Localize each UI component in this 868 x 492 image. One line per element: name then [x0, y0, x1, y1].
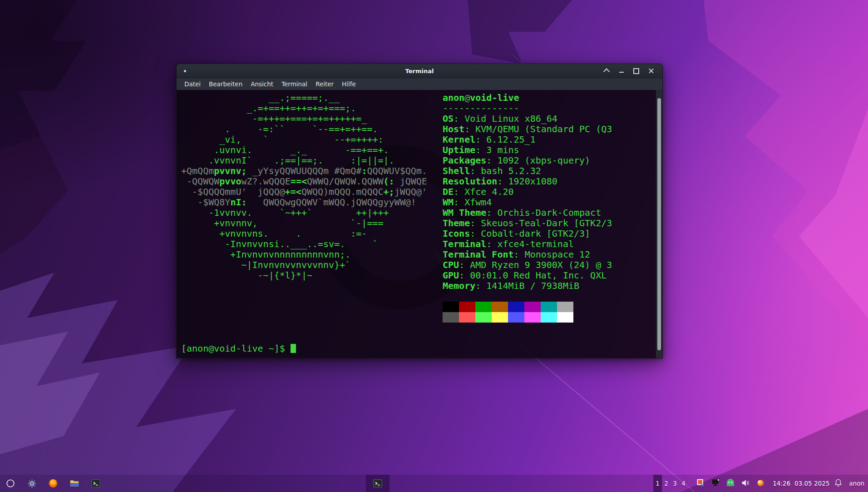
terminal-line: Kernel: 6.12.25_1: [443, 134, 612, 145]
terminal-line: +Invnvnvnnnnnnnnnvnn;.: [181, 249, 427, 260]
maximize-icon: [633, 68, 639, 74]
app-menu-button[interactable]: [3, 476, 18, 491]
firefox-launcher[interactable]: [45, 476, 61, 491]
minimize-button[interactable]: [614, 64, 629, 78]
palette-swatch: [541, 312, 557, 323]
palette-swatch: [557, 312, 573, 323]
terminal-line: --------------: [443, 103, 612, 114]
terminal-line: . -=:`` `--==+=++==.: [181, 124, 427, 134]
chevron-up-icon: [603, 68, 609, 75]
palette-swatch: [541, 302, 557, 312]
terminal-line: anon@void-live: [443, 93, 612, 103]
screenshot-tray-icon: [696, 478, 705, 487]
terminal-line: -Invnvvnsi..___..=sv=. `: [181, 239, 427, 249]
file-manager-launcher[interactable]: [67, 476, 82, 491]
palette-swatch: [492, 312, 508, 323]
terminal-line: +vnvnvns. . :=-: [181, 229, 427, 239]
settings-gear-icon: [27, 479, 37, 488]
workspace-3[interactable]: 3: [671, 475, 679, 492]
workspace-4[interactable]: 4: [679, 475, 688, 492]
terminal-line: -$WQ8YnI: QWQQwgQQWV`mWQQ.jQWQQgyyWW@!: [181, 197, 427, 208]
terminal-content[interactable]: __.;=====;.__ _.=+==++=++=+=+===;. -=+++…: [176, 90, 663, 358]
menu-item-datei[interactable]: Datei: [180, 79, 205, 89]
palette-swatch: [459, 302, 475, 312]
close-button[interactable]: [644, 64, 659, 78]
scrollbar-thumb[interactable]: [657, 98, 661, 350]
palette-swatch: [508, 312, 524, 323]
workspace-2[interactable]: 2: [662, 475, 671, 492]
tray-icons: [696, 478, 765, 489]
palette-swatch: [443, 302, 459, 312]
firefox-icon: [48, 478, 58, 488]
terminal-line: ~|Invnvnvvnvvvnnv}+`: [181, 260, 427, 270]
terminal-line: .uvnvi. _._ -==+==+.: [181, 145, 427, 155]
close-icon: [649, 69, 654, 74]
palette-swatch: [475, 302, 492, 312]
palette-swatch: [443, 312, 459, 323]
clock[interactable]: 14:26 03.05 2025: [773, 480, 829, 487]
menu-item-ansicht[interactable]: Ansicht: [247, 79, 277, 89]
terminal-icon: [373, 478, 383, 488]
minimize-icon: [619, 72, 624, 73]
clock-date: 03.05 2025: [794, 480, 829, 487]
scrollbar-track[interactable]: [656, 90, 662, 358]
screenshot-tray-button[interactable]: [696, 478, 705, 489]
terminal-launcher[interactable]: [88, 476, 104, 491]
file-manager-icon: [69, 478, 79, 488]
ghost-tray-button[interactable]: [726, 478, 735, 489]
terminal-line: Uptime: 3 mins: [443, 145, 612, 155]
display-tray-icon: [711, 478, 720, 487]
workspace-1[interactable]: 1: [653, 475, 662, 492]
terminal-line: -=+++=+===+=+=+++++=_: [181, 114, 427, 124]
terminal-line: Host: KVM/QEMU (Standard PC (Q3: [443, 124, 612, 134]
volume-button[interactable]: [740, 478, 750, 489]
systray-area: 1234: [653, 475, 864, 492]
terminal-line: Packages: 1092 (xbps-query): [443, 155, 612, 166]
maximize-button[interactable]: [629, 64, 644, 78]
terminal-line: Memory: 1414MiB / 7938MiB: [443, 281, 612, 291]
terminal-line: Terminal: xfce4-terminal: [443, 239, 612, 249]
taskbar-window-button[interactable]: [366, 475, 390, 492]
notification-bell-button[interactable]: [834, 478, 843, 488]
clock-time: 14:26: [773, 480, 790, 487]
palette-swatch: [508, 302, 524, 312]
flame-ball-tray-button[interactable]: [756, 478, 765, 489]
terminal-line: +QmQQmpvvnv; _yYsyQQWUUQQQm #QmQ#:QQQWUV…: [181, 166, 427, 176]
menu-item-reiter[interactable]: Reiter: [311, 79, 338, 89]
terminal-line: Theme: Skeuos-Teal-Dark [GTK2/3: [443, 218, 612, 229]
terminal-line: .vvnvnI` .;==|==;. :|=||=|.: [181, 155, 427, 166]
terminal-window: Terminal DateiBearbeitenAnsichtTerminalR…: [176, 64, 663, 358]
terminal-line: Terminal Font: Monospace 12: [443, 249, 612, 260]
terminal-line: -$QQQQmmU' jQQQ@+=<QWQQ)mQQQ.mQQQC+;jWQQ…: [181, 187, 427, 197]
palette-swatch: [524, 302, 541, 312]
prompt-line: [anon@void-live ~]$: [181, 343, 296, 354]
terminal-line: GPU: 00:01.0 Red Hat, Inc. QXL: [443, 270, 612, 281]
menu-bar: DateiBearbeitenAnsichtTerminalReiterHilf…: [176, 78, 663, 90]
menu-item-terminal[interactable]: Terminal: [277, 79, 311, 89]
palette-row-bright: [443, 312, 612, 323]
menu-item-hilfe[interactable]: Hilfe: [338, 79, 360, 89]
terminal-line: WM Theme: Orchis-Dark-Compact: [443, 208, 612, 218]
system-info: anon@void-live--------------OS: Void Lin…: [443, 93, 612, 291]
taskbar-panel: 1234: [0, 475, 868, 492]
palette-swatch: [475, 312, 492, 323]
terminal-line: _vi, ` --+=++++:: [181, 134, 427, 145]
display-tray-button[interactable]: [711, 478, 720, 489]
settings-launcher[interactable]: [24, 476, 39, 491]
shade-button[interactable]: [599, 64, 614, 78]
menu-item-bearbeiten[interactable]: Bearbeiten: [205, 79, 247, 89]
window-app-icon: [184, 70, 186, 72]
terminal-cursor: [291, 344, 296, 353]
palette-row-normal: [443, 302, 612, 312]
color-palette: [443, 302, 612, 323]
window-titlebar[interactable]: Terminal: [176, 64, 663, 78]
terminal-line: Shell: bash 5.2.32: [443, 166, 612, 176]
terminal-line: -QQWQWpvvowZ?.wQQQE==<QWWQ/QWQW.QQWW(: j…: [181, 176, 427, 187]
palette-swatch: [557, 302, 573, 312]
ascii-art: __.;=====;.__ _.=+==++=++=+=+===;. -=+++…: [181, 93, 427, 281]
terminal-line: OS: Void Linux x86_64: [443, 114, 612, 124]
app-menu-circle-icon: [5, 478, 15, 488]
volume-icon: [740, 478, 750, 488]
terminal-line: Resolution: 1920x1080: [443, 176, 612, 187]
ghost-tray-icon: [726, 478, 735, 487]
